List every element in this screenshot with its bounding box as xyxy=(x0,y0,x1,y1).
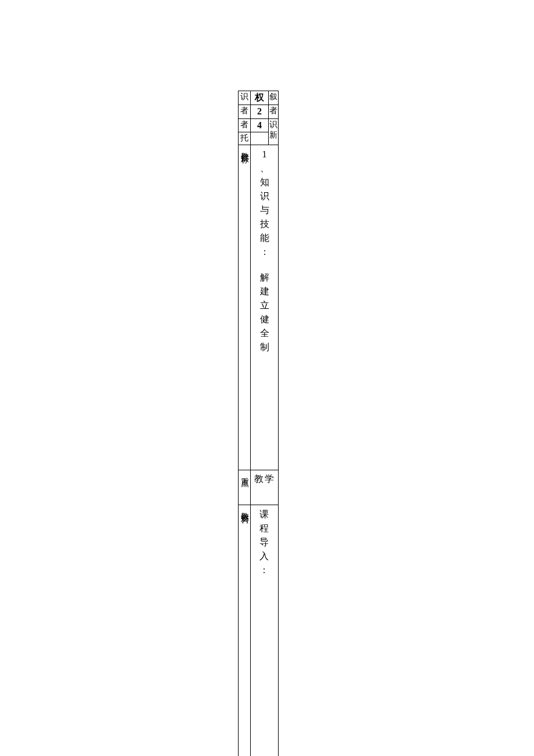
lesson-plan-table: 识 权 叙 者 2 者 者 4 识 新 托 教学目标 1 、 xyxy=(238,91,279,756)
right-cell-2: 者 xyxy=(269,105,279,118)
right-label-3: 识 xyxy=(269,120,277,129)
title-text: 权 xyxy=(255,92,264,102)
left-cell-4: 托 xyxy=(239,132,251,145)
main-table: 识 权 叙 者 2 者 者 4 识 新 托 教学目标 1 、 xyxy=(238,91,279,756)
mid-cell-3: 4 xyxy=(251,118,269,132)
focus-text-wrap: 教学 xyxy=(251,473,277,485)
method-char-3: 导 xyxy=(259,537,270,547)
method-cell: 课 程 导 入 ： xyxy=(251,505,279,756)
right-label-4: 新 xyxy=(269,131,277,139)
right-label-2: 者 xyxy=(269,106,277,115)
goal-line-15: 制 xyxy=(251,340,277,354)
focus-text: 教学 xyxy=(254,474,275,484)
goals-label: 教学目标 xyxy=(239,146,250,150)
method-text-wrap: 课 程 导 入 ： xyxy=(251,507,277,577)
goal-line-5: 与 xyxy=(251,203,277,217)
goal-line-13: 健 xyxy=(251,312,277,326)
goal-line-1: 1 xyxy=(251,147,277,161)
goals-cell: 1 、 知 识 与 技 能 ： 解 建 立 健 全 制 xyxy=(251,145,279,470)
goal-line-4: 识 xyxy=(251,189,277,203)
method-text-inner: 课 程 导 入 ： xyxy=(251,507,277,577)
goal-spacer xyxy=(251,259,277,271)
right-cell-1: 叙 xyxy=(269,91,279,105)
focus-label: 重点 xyxy=(239,471,250,473)
goal-line-10: 解 xyxy=(251,271,277,285)
left-cell-1: 识 xyxy=(239,91,251,105)
method-label: 教学资料 xyxy=(239,506,250,510)
left-cell-method: 教学资料 xyxy=(239,505,251,756)
goal-line-12: 立 xyxy=(251,298,277,312)
mid-text-3: 4 xyxy=(257,120,262,130)
method-char-1: 课 xyxy=(259,509,270,519)
left-label-3: 者 xyxy=(240,120,248,129)
left-cell-2: 者 xyxy=(239,105,251,118)
left-cell-focus: 重点 xyxy=(239,470,251,505)
row-2: 者 2 者 xyxy=(239,105,279,118)
method-row: 教学资料 课 程 导 入 ： xyxy=(239,505,279,756)
mid-cell-2: 2 xyxy=(251,105,269,118)
focus-cell: 教学 xyxy=(251,470,279,505)
row-3: 者 4 识 新 xyxy=(239,118,279,132)
right-label-1: 叙 xyxy=(269,92,277,101)
left-cell-goals: 教学目标 xyxy=(239,145,251,470)
title-cell: 权 xyxy=(251,91,269,105)
left-label-1: 识 xyxy=(240,92,248,101)
goal-line-11: 建 xyxy=(251,285,277,298)
method-char-5: ： xyxy=(259,565,270,575)
title-row: 识 权 叙 xyxy=(239,91,279,105)
goal-line-7: 能 xyxy=(251,231,277,245)
mid-text-2: 2 xyxy=(257,106,262,116)
right-cell-3: 识 新 xyxy=(269,118,279,145)
goal-line-8: ： xyxy=(251,245,277,259)
goal-line-2: 、 xyxy=(251,161,277,175)
goal-line-6: 技 xyxy=(251,217,277,231)
focus-row: 重点 教学 xyxy=(239,470,279,505)
method-char-4: 入 xyxy=(259,551,270,561)
left-label-2: 者 xyxy=(240,106,248,115)
left-label-4: 托 xyxy=(240,134,248,142)
method-char-2: 程 xyxy=(259,523,270,533)
left-cell-3: 者 xyxy=(239,118,251,132)
mid-cell-4 xyxy=(251,132,269,145)
goal-line-3: 知 xyxy=(251,175,277,189)
goals-row: 教学目标 1 、 知 识 与 技 能 ： 解 建 立 健 全 制 xyxy=(239,145,279,470)
goal-line-14: 全 xyxy=(251,326,277,340)
